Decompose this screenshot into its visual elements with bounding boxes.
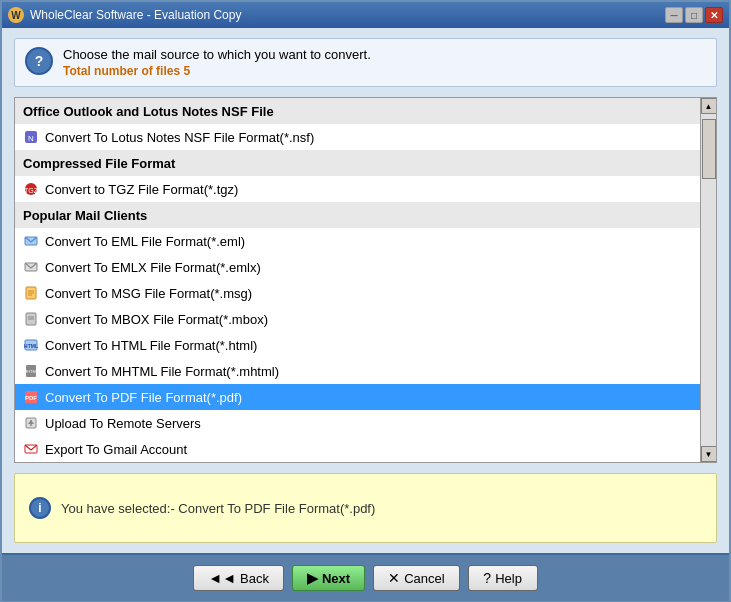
- title-bar: W WholeClear Software - Evaluation Copy …: [2, 2, 729, 28]
- next-label: Next: [322, 571, 350, 586]
- title-bar-left: W WholeClear Software - Evaluation Copy: [8, 7, 241, 23]
- msg-icon: [23, 285, 39, 301]
- next-button[interactable]: ▶ Next: [292, 565, 365, 591]
- emlx-icon: [23, 259, 39, 275]
- list-item[interactable]: Office Outlook and Lotus Notes NSF File: [15, 98, 700, 124]
- list-item-label: Export To Gmail Account: [45, 442, 187, 457]
- window-title: WholeClear Software - Evaluation Copy: [30, 8, 241, 22]
- list-item[interactable]: Popular Mail Clients: [15, 202, 700, 228]
- list-item[interactable]: TGZConvert to TGZ File Format(*.tgz): [15, 176, 700, 202]
- back-label: Back: [240, 571, 269, 586]
- info-box: i You have selected:- Convert To PDF Fil…: [14, 473, 717, 543]
- header-main-text: Choose the mail source to which you want…: [63, 47, 371, 62]
- mbox-icon: [23, 311, 39, 327]
- cancel-icon: ✕: [388, 570, 400, 586]
- window-controls: ─ □ ✕: [665, 7, 723, 23]
- list-item[interactable]: Convert To EMLX File Format(*.emlx): [15, 254, 700, 280]
- maximize-button[interactable]: □: [685, 7, 703, 23]
- content-area: ? Choose the mail source to which you wa…: [2, 28, 729, 553]
- back-button[interactable]: ◄◄ Back: [193, 565, 284, 591]
- list-item[interactable]: Convert To MSG File Format(*.msg): [15, 280, 700, 306]
- app-icon: W: [8, 7, 24, 23]
- list-item[interactable]: HTMLConvert To HTML File Format(*.html): [15, 332, 700, 358]
- eml-icon: [23, 233, 39, 249]
- list-item[interactable]: Convert To EML File Format(*.eml): [15, 228, 700, 254]
- next-play-icon: ▶: [307, 570, 318, 586]
- info-text: You have selected:- Convert To PDF File …: [61, 501, 375, 516]
- html-icon: HTML: [23, 337, 39, 353]
- format-list-container: Office Outlook and Lotus Notes NSF FileN…: [14, 97, 717, 463]
- scrollbar-thumb[interactable]: [702, 119, 716, 179]
- tgz-icon: TGZ: [23, 181, 39, 197]
- header-sub-text: Total number of files 5: [63, 64, 371, 78]
- main-window: W WholeClear Software - Evaluation Copy …: [0, 0, 731, 602]
- cancel-label: Cancel: [404, 571, 444, 586]
- help-button[interactable]: ? Help: [468, 565, 538, 591]
- list-item-label: Convert To HTML File Format(*.html): [45, 338, 257, 353]
- list-item-label: Convert to TGZ File Format(*.tgz): [45, 182, 238, 197]
- list-item-label: Convert To PDF File Format(*.pdf): [45, 390, 242, 405]
- svg-text:PDF: PDF: [25, 395, 37, 401]
- scrollbar[interactable]: ▲ ▼: [700, 98, 716, 462]
- pdf-icon: PDF: [23, 389, 39, 405]
- mhtml-icon: MHTML: [23, 363, 39, 379]
- header-question-icon: ?: [25, 47, 53, 75]
- minimize-button[interactable]: ─: [665, 7, 683, 23]
- list-item[interactable]: Upload To Remote Servers: [15, 410, 700, 436]
- close-button[interactable]: ✕: [705, 7, 723, 23]
- scroll-down-button[interactable]: ▼: [701, 446, 717, 462]
- nsf-icon: N: [23, 129, 39, 145]
- list-item[interactable]: PDFConvert To PDF File Format(*.pdf): [15, 384, 700, 410]
- list-item-label: Convert To MSG File Format(*.msg): [45, 286, 252, 301]
- svg-text:HTML: HTML: [24, 343, 38, 349]
- list-item[interactable]: Convert To MBOX File Format(*.mbox): [15, 306, 700, 332]
- svg-text:N: N: [28, 134, 34, 143]
- list-item[interactable]: Export To Gmail Account: [15, 436, 700, 462]
- list-item[interactable]: NConvert To Lotus Notes NSF File Format(…: [15, 124, 700, 150]
- info-icon: i: [29, 497, 51, 519]
- help-icon: ?: [483, 570, 491, 586]
- list-item[interactable]: MHTMLConvert To MHTML File Format(*.mhtm…: [15, 358, 700, 384]
- format-list-scroll[interactable]: Office Outlook and Lotus Notes NSF FileN…: [15, 98, 700, 462]
- upload-icon: [23, 415, 39, 431]
- gmail-icon: [23, 441, 39, 457]
- list-item-label: Upload To Remote Servers: [45, 416, 201, 431]
- cancel-button[interactable]: ✕ Cancel: [373, 565, 459, 591]
- help-label: Help: [495, 571, 522, 586]
- header-section: ? Choose the mail source to which you wa…: [14, 38, 717, 87]
- svg-text:MHTML: MHTML: [24, 369, 38, 374]
- scrollbar-thumb-area: [701, 114, 716, 446]
- list-item-label: Convert To EMLX File Format(*.emlx): [45, 260, 261, 275]
- header-text: Choose the mail source to which you want…: [63, 47, 371, 78]
- svg-text:TGZ: TGZ: [24, 187, 38, 194]
- scroll-up-button[interactable]: ▲: [701, 98, 717, 114]
- list-item-label: Convert To MBOX File Format(*.mbox): [45, 312, 268, 327]
- list-item[interactable]: Compressed File Format: [15, 150, 700, 176]
- list-item-label: Convert To EML File Format(*.eml): [45, 234, 245, 249]
- footer: ◄◄ Back ▶ Next ✕ Cancel ? Help: [2, 553, 729, 601]
- list-item-label: Convert To Lotus Notes NSF File Format(*…: [45, 130, 314, 145]
- back-icon: ◄◄: [208, 570, 236, 586]
- list-item-label: Convert To MHTML File Format(*.mhtml): [45, 364, 279, 379]
